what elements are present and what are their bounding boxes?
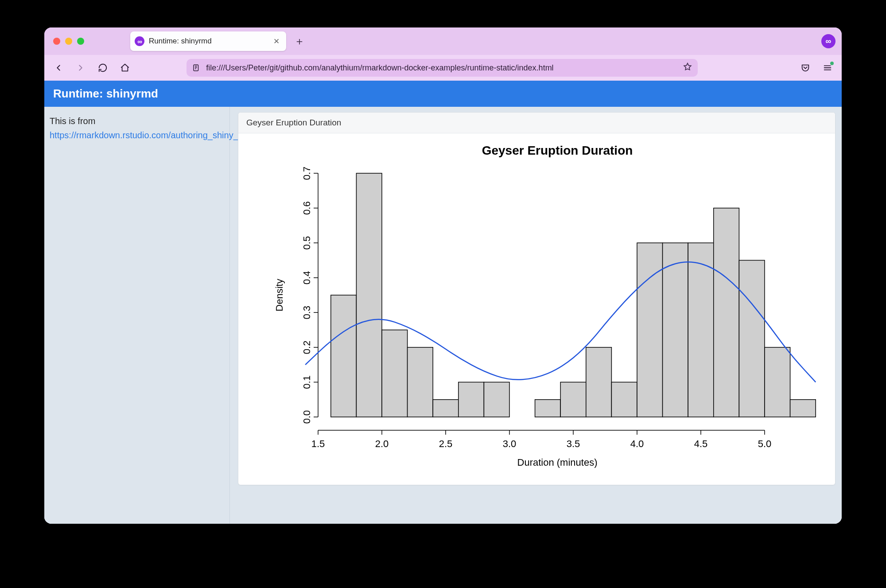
tab-bar: Runtime: shinyrmd ✕ ＋ [44, 27, 842, 55]
histogram-bar [433, 400, 459, 417]
x-tick-label: 4.0 [630, 438, 644, 449]
histogram-bar [356, 173, 382, 417]
y-tick-label: 0.3 [301, 306, 312, 319]
window-controls [53, 38, 84, 45]
y-tick-label: 0.7 [301, 167, 312, 180]
home-button[interactable] [119, 62, 131, 74]
histogram-bar [560, 382, 586, 417]
x-tick-label: 5.0 [758, 438, 772, 449]
x-axis-label: Duration (minutes) [517, 457, 598, 468]
page-title: Runtime: shinyrmd [44, 81, 842, 107]
address-bar[interactable]: file:///Users/Peter/git/github.com/analy… [187, 59, 698, 77]
profile-badge-icon[interactable] [821, 34, 835, 48]
url-text: file:///Users/Peter/git/github.com/analy… [206, 63, 677, 73]
chart-title: Geyser Eruption Duration [482, 144, 633, 157]
histogram-bar [484, 382, 509, 417]
app-menu-button[interactable] [821, 62, 834, 74]
x-tick-label: 2.5 [439, 438, 453, 449]
new-tab-button[interactable]: ＋ [292, 34, 307, 48]
y-tick-label: 0.2 [301, 341, 312, 354]
output-panel: Geyser Eruption Duration Geyser Eruption… [238, 112, 835, 485]
tab-favicon-icon [135, 36, 144, 46]
save-to-pocket-icon[interactable] [799, 62, 812, 74]
histogram-bar [790, 400, 816, 417]
reload-button[interactable] [97, 62, 109, 74]
histogram-bar [688, 243, 714, 417]
x-tick-label: 4.5 [694, 438, 708, 449]
notification-dot-icon [829, 61, 835, 66]
window-minimize-button[interactable] [65, 38, 72, 45]
browser-window: Runtime: shinyrmd ✕ ＋ [44, 27, 842, 524]
x-tick-label: 3.5 [567, 438, 580, 449]
x-tick-label: 2.0 [375, 438, 389, 449]
y-tick-label: 0.5 [301, 236, 312, 250]
sidebar: This is from https://rmarkdown.rstudio.c… [44, 107, 230, 524]
panel-heading: Geyser Eruption Duration [238, 113, 835, 133]
histogram-chart: Geyser Eruption Duration1.52.02.53.03.54… [238, 133, 828, 479]
histogram-bar [637, 243, 663, 417]
browser-toolbar: file:///Users/Peter/git/github.com/analy… [44, 55, 842, 81]
page-info-icon[interactable] [192, 63, 201, 72]
histogram-bar [663, 243, 688, 417]
histogram-bar [331, 295, 357, 417]
histogram-bar [765, 347, 790, 417]
histogram-bar [459, 382, 484, 417]
bookmark-star-icon[interactable] [683, 62, 692, 74]
histogram-bar [714, 208, 739, 417]
histogram-bar [408, 347, 433, 417]
sidebar-intro-text: This is from [50, 116, 95, 126]
histogram-bar [611, 382, 637, 417]
y-tick-label: 0.0 [301, 410, 312, 424]
x-tick-label: 3.0 [503, 438, 517, 449]
chart-container: Geyser Eruption Duration1.52.02.53.03.54… [238, 133, 835, 485]
page-viewport: Runtime: shinyrmd This is from https://r… [44, 81, 842, 524]
tab-title: Runtime: shinyrmd [149, 37, 268, 46]
window-close-button[interactable] [53, 38, 60, 45]
histogram-bar [586, 347, 612, 417]
browser-tab[interactable]: Runtime: shinyrmd ✕ [130, 31, 286, 51]
histogram-bar [382, 330, 408, 417]
window-maximize-button[interactable] [77, 38, 84, 45]
x-tick-label: 1.5 [311, 438, 325, 449]
y-tick-label: 0.6 [301, 201, 312, 215]
histogram-bar [535, 400, 561, 417]
histogram-bar [739, 260, 765, 417]
forward-button [74, 62, 87, 74]
y-tick-label: 0.4 [301, 271, 312, 284]
y-axis-label: Density [274, 279, 285, 311]
main-panel: Geyser Eruption Duration Geyser Eruption… [230, 107, 842, 524]
back-button[interactable] [52, 62, 65, 74]
y-tick-label: 0.1 [301, 375, 312, 389]
tab-close-button[interactable]: ✕ [272, 37, 281, 46]
